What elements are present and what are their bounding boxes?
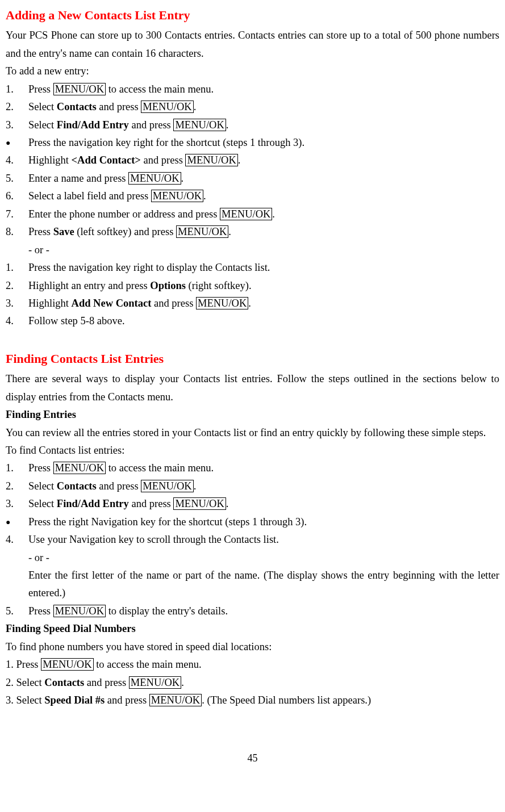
- bold-term: Add New Contact: [72, 298, 152, 309]
- sub-heading: Finding Entries: [6, 406, 499, 424]
- list-item: 2. Select Contacts and press MENU/OK.: [6, 98, 499, 116]
- key-label: MENU/OK: [53, 83, 106, 95]
- step-number: 1.: [6, 81, 28, 98]
- step-number: 3.: [6, 116, 28, 134]
- or-separator: - or -: [28, 241, 499, 259]
- section-heading-2: Finding Contacts List Entries: [6, 348, 499, 369]
- step-number: 1.: [6, 259, 28, 277]
- key-label: MENU/OK: [141, 101, 193, 113]
- steps-list-1c: 1. Press the navigation key right to dis…: [6, 259, 499, 330]
- bold-term: Contacts: [57, 480, 97, 492]
- key-label: MENU/OK: [53, 462, 106, 474]
- sub-heading: Finding Speed Dial Numbers: [6, 620, 499, 638]
- bold-term: Save: [53, 226, 74, 237]
- step-number: 2.: [6, 478, 28, 495]
- list-item: 7. Enter the phone number or address and…: [6, 206, 499, 223]
- or-separator: - or -: [28, 549, 499, 567]
- bold-term: Contacts: [44, 677, 84, 688]
- list-item: 3. Highlight Add New Contact and press M…: [6, 295, 499, 312]
- list-item: 5. Enter a name and press MENU/OK.: [6, 170, 499, 187]
- bold-term: <Add Contact>: [72, 154, 141, 166]
- section-intro-2: There are several ways to display your C…: [6, 370, 499, 406]
- step-number: 2.: [6, 98, 28, 116]
- or-text: Enter the first letter of the name or pa…: [28, 567, 499, 602]
- key-label: MENU/OK: [151, 190, 203, 202]
- step-number: 4.: [6, 152, 28, 169]
- list-item: 4. Highlight <Add Contact> and press MEN…: [6, 152, 499, 169]
- list-item: 1. Press MENU/OK to access the main menu…: [6, 459, 499, 477]
- list-item: 4. Follow step 5-8 above.: [6, 312, 499, 330]
- step-number: 7.: [6, 206, 28, 223]
- step-number: 4.: [6, 531, 28, 549]
- key-label: MENU/OK: [196, 297, 248, 309]
- bullet-item: ● Press the navigation key right for the…: [6, 134, 499, 152]
- list-item: 3. Select Find/Add Entry and press MENU/…: [6, 116, 499, 134]
- key-label: MENU/OK: [173, 119, 226, 131]
- list-item: 2. Select Contacts and press MENU/OK.: [6, 674, 499, 692]
- step-number: 1.: [6, 459, 28, 477]
- steps-list-1b: 4. Highlight <Add Contact> and press MEN…: [6, 152, 499, 241]
- key-label: MENU/OK: [141, 480, 193, 492]
- steps-list-1a: 1. Press MENU/OK to access the main menu…: [6, 81, 499, 134]
- bullet-icon: ●: [6, 134, 28, 152]
- step-number: 6.: [6, 187, 28, 205]
- steps-list-2a: 1. Press MENU/OK to access the main menu…: [6, 459, 499, 513]
- key-label: MENU/OK: [185, 154, 237, 166]
- section-intro-1: Your PCS Phone can store up to 300 Conta…: [6, 27, 499, 62]
- step-number: 2.: [6, 277, 28, 295]
- list-item: 1. Press the navigation key right to dis…: [6, 259, 499, 277]
- bold-term: Options: [150, 280, 186, 291]
- list-item: 8. Press Save (left softkey) and press M…: [6, 223, 499, 241]
- list-item: 6. Select a label field and press MENU/O…: [6, 187, 499, 205]
- key-label: MENU/OK: [129, 676, 181, 689]
- list-item: 4. Use your Navigation key to scroll thr…: [6, 531, 499, 549]
- sub-lead: To find phone numbers you have stored in…: [6, 638, 499, 656]
- step-number: 8.: [6, 223, 28, 241]
- key-label: MENU/OK: [173, 497, 226, 510]
- bold-term: Contacts: [57, 101, 97, 112]
- list-item: 2. Highlight an entry and press Options …: [6, 277, 499, 295]
- section-lead-1: To add a new entry:: [6, 62, 499, 80]
- page-number: 45: [6, 750, 499, 767]
- step-number: 3.: [6, 495, 28, 513]
- step-number: 5.: [6, 602, 28, 620]
- key-label: MENU/OK: [128, 172, 181, 185]
- key-label: MENU/OK: [41, 658, 93, 671]
- step-number: 3.: [6, 295, 28, 312]
- bullet-item: ● Press the right Navigation key for the…: [6, 513, 499, 531]
- key-label: MENU/OK: [53, 605, 106, 617]
- key-label: MENU/OK: [149, 694, 202, 706]
- list-item: 5. Press MENU/OK to display the entry's …: [6, 602, 499, 620]
- list-item: 3. Select Speed Dial #s and press MENU/O…: [6, 692, 499, 709]
- key-label: MENU/OK: [220, 208, 272, 220]
- section-heading-1: Adding a New Contacts List Entry: [6, 5, 499, 26]
- list-item: 2. Select Contacts and press MENU/OK.: [6, 478, 499, 495]
- list-item: 1. Press MENU/OK to access the main menu…: [6, 81, 499, 98]
- bold-term: Speed Dial #s: [44, 694, 105, 706]
- step-number: 5.: [6, 170, 28, 187]
- bold-term: Find/Add Entry: [57, 119, 129, 131]
- list-item: 1. Press MENU/OK to access the main menu…: [6, 656, 499, 673]
- key-label: MENU/OK: [176, 225, 228, 238]
- sub-intro: You can review all the entries stored in…: [6, 424, 499, 442]
- sub-lead: To find Contacts list entries:: [6, 442, 499, 459]
- list-item: 3. Select Find/Add Entry and press MENU/…: [6, 495, 499, 513]
- bullet-icon: ●: [6, 513, 28, 531]
- bold-term: Find/Add Entry: [57, 498, 129, 509]
- step-number: 4.: [6, 312, 28, 330]
- steps-list-2b: 1. Press MENU/OK to access the main menu…: [6, 656, 499, 709]
